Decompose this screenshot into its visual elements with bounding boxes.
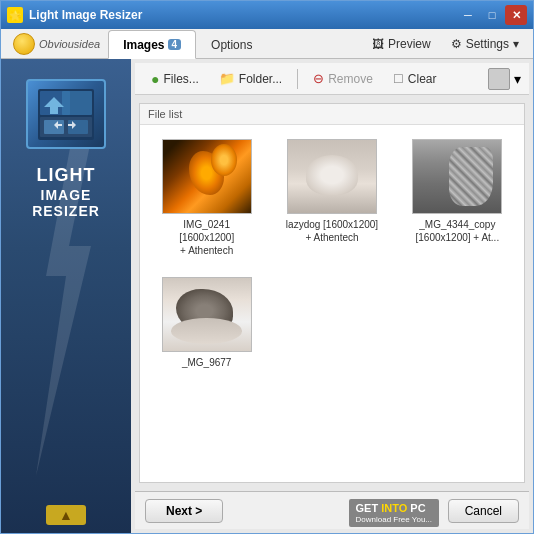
bottom-bar: Next > GET INTO PC Download Free You... …: [135, 491, 529, 529]
file-name-4: _MG_9677: [182, 356, 231, 369]
preview-icon: 🖼: [372, 37, 384, 51]
logo-bulb-icon: [13, 33, 35, 55]
add-files-icon: ●: [151, 71, 159, 87]
toolbar: ● Files... 📁 Folder... ⊖ Remove ☐ Clear: [135, 63, 529, 95]
menu-bar: Obviousidea Images 4 Options 🖼 Preview ⚙…: [1, 29, 533, 59]
thumbnail-1: [162, 139, 252, 214]
remove-icon: ⊖: [313, 71, 324, 86]
clear-button[interactable]: ☐ Clear: [385, 69, 445, 89]
menu-right: 🖼 Preview ⚙ Settings ▾: [364, 29, 533, 58]
folder-icon: 📁: [219, 71, 235, 86]
close-button[interactable]: ✕: [505, 5, 527, 25]
list-item[interactable]: _MG_4344_copy[1600x1200] + At...: [401, 135, 514, 261]
preview-button[interactable]: 🖼 Preview: [364, 35, 439, 53]
main-content: LIGHT IMAGE RESIZER ▲ ● Files... 📁 Folde…: [1, 59, 533, 533]
svg-rect-3: [62, 91, 92, 115]
toolbar-right: ▾: [488, 68, 521, 90]
file-panel: File list IMG_0241[1600x1200]+ Athentech…: [139, 103, 525, 483]
thumbnail-3: [412, 139, 502, 214]
logo-text: Obviousidea: [39, 38, 100, 50]
tab-options[interactable]: Options: [196, 30, 267, 59]
list-item[interactable]: IMG_0241[1600x1200]+ Athentech: [150, 135, 263, 261]
next-button[interactable]: Next >: [145, 499, 223, 523]
view-toggle-button[interactable]: [488, 68, 510, 90]
window-controls: ─ □ ✕: [457, 5, 527, 25]
list-item[interactable]: lazydog [1600x1200]+ Athentech: [275, 135, 388, 261]
settings-icon: ⚙: [451, 37, 462, 51]
window-title: Light Image Resizer: [29, 8, 457, 22]
tab-images[interactable]: Images 4: [108, 30, 196, 59]
thumbnail-2: [287, 139, 377, 214]
files-button[interactable]: ● Files...: [143, 68, 207, 90]
minimize-button[interactable]: ─: [457, 5, 479, 25]
toolbar-separator-1: [297, 69, 298, 89]
thumbnail-4: [162, 277, 252, 352]
cancel-button[interactable]: Cancel: [448, 499, 519, 523]
settings-chevron-icon: ▾: [513, 37, 519, 51]
remove-button[interactable]: ⊖ Remove: [305, 68, 381, 89]
file-name-1: IMG_0241[1600x1200]+ Athentech: [179, 218, 234, 257]
file-grid: IMG_0241[1600x1200]+ Athentech lazydog […: [140, 125, 524, 482]
list-item[interactable]: _MG_9677: [150, 273, 263, 373]
svg-rect-6: [44, 120, 64, 134]
logo-area: Obviousidea: [5, 29, 108, 58]
file-name-3: _MG_4344_copy[1600x1200] + At...: [415, 218, 499, 244]
sidebar-title: LIGHT IMAGE RESIZER: [32, 165, 100, 220]
maximize-button[interactable]: □: [481, 5, 503, 25]
folder-button[interactable]: 📁 Folder...: [211, 68, 290, 89]
file-name-2: lazydog [1600x1200]+ Athentech: [286, 218, 378, 244]
sidebar-logo-image: [26, 79, 106, 149]
sidebar: LIGHT IMAGE RESIZER ▲: [1, 59, 131, 533]
app-icon: 🌟: [7, 7, 23, 23]
tab-images-badge: 4: [168, 39, 182, 50]
svg-rect-7: [68, 120, 88, 134]
settings-button[interactable]: ⚙ Settings ▾: [443, 35, 527, 53]
watermark: GET INTO PC Download Free You...: [349, 499, 440, 527]
title-bar: 🌟 Light Image Resizer ─ □ ✕: [1, 1, 533, 29]
clear-icon: ☐: [393, 72, 404, 86]
view-dropdown-button[interactable]: ▾: [514, 71, 521, 87]
file-list-header: File list: [140, 104, 524, 125]
main-window: 🌟 Light Image Resizer ─ □ ✕ Obviousidea …: [0, 0, 534, 534]
sidebar-logo-svg: [36, 87, 96, 142]
